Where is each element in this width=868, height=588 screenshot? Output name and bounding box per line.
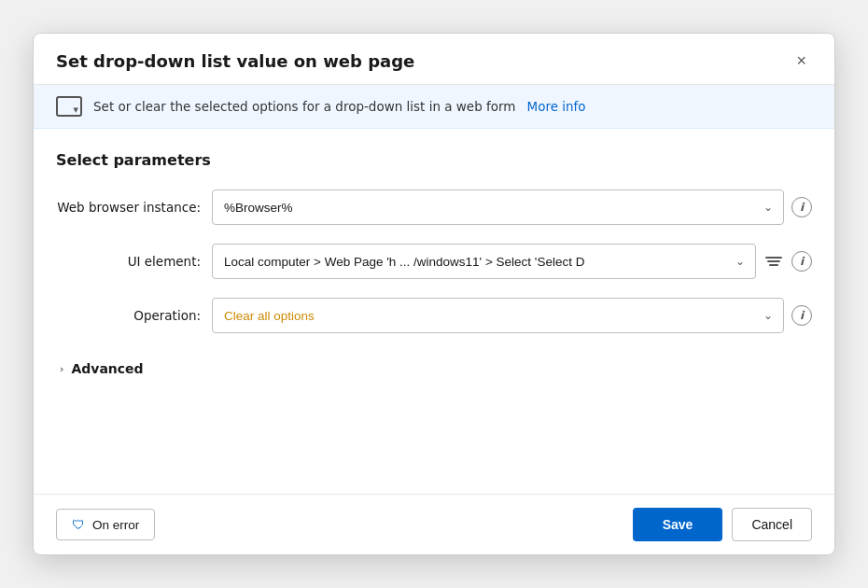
ui-element-info-icon[interactable]: i: [791, 251, 812, 272]
browser-instance-row: Web browser instance: %Browser% ⌄ i: [56, 189, 812, 225]
operation-select[interactable]: Clear all options: [212, 298, 784, 333]
close-button[interactable]: ×: [791, 50, 812, 71]
operation-info-icon[interactable]: i: [791, 305, 812, 326]
cancel-button[interactable]: Cancel: [732, 508, 812, 541]
operation-control: Clear all options ⌄ i: [212, 298, 812, 333]
browser-instance-label: Web browser instance:: [56, 200, 201, 215]
operation-row: Operation: Clear all options ⌄ i: [56, 298, 812, 333]
advanced-section[interactable]: › Advanced: [60, 352, 812, 385]
dropdown-icon: [56, 96, 82, 117]
dialog-footer: 🛡 On error Save Cancel: [34, 494, 834, 554]
dialog: Set drop-down list value on web page × S…: [33, 33, 835, 555]
browser-info-icon[interactable]: i: [791, 197, 812, 217]
browser-instance-control: %Browser% ⌄ i: [212, 189, 812, 225]
info-banner: Set or clear the selected options for a …: [34, 85, 834, 129]
section-title: Select parameters: [56, 151, 812, 169]
more-info-link[interactable]: More info: [527, 99, 586, 114]
dialog-title: Set drop-down list value on web page: [56, 51, 414, 71]
ui-element-label: UI element:: [56, 254, 201, 269]
dialog-body: Select parameters Web browser instance: …: [34, 129, 834, 494]
ui-element-control: Local computer > Web Page 'h ... /window…: [212, 244, 812, 279]
on-error-label: On error: [92, 518, 139, 532]
operation-label: Operation:: [56, 308, 201, 323]
banner-text: Set or clear the selected options for a …: [93, 99, 516, 114]
save-button[interactable]: Save: [633, 508, 723, 541]
ui-element-row: UI element: Local computer > Web Page 'h…: [56, 244, 812, 279]
browser-instance-select-wrapper: %Browser% ⌄: [212, 189, 784, 225]
ui-element-select[interactable]: Local computer > Web Page 'h ... /window…: [212, 244, 756, 279]
advanced-label: Advanced: [71, 361, 143, 376]
ui-element-select-wrapper: Local computer > Web Page 'h ... /window…: [212, 244, 756, 279]
browser-instance-select[interactable]: %Browser%: [212, 189, 784, 225]
footer-right: Save Cancel: [633, 508, 812, 541]
operation-select-wrapper: Clear all options ⌄: [212, 298, 784, 333]
advanced-chevron-icon: ›: [60, 363, 63, 375]
layers-icon[interactable]: [763, 251, 784, 272]
dialog-header: Set drop-down list value on web page ×: [34, 34, 834, 85]
shield-icon: 🛡: [72, 517, 85, 532]
on-error-button[interactable]: 🛡 On error: [56, 509, 155, 540]
